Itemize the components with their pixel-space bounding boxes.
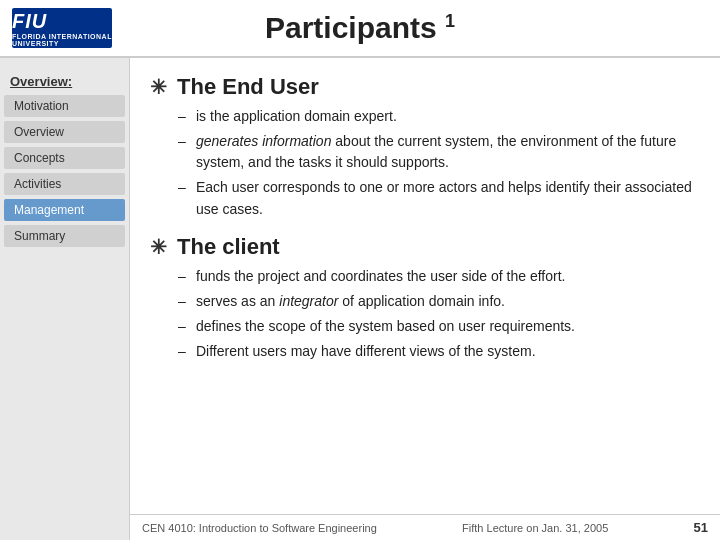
list-item: generates information about the current … (178, 131, 700, 174)
sidebar-item-summary[interactable]: Summary (4, 225, 125, 247)
list-item: Different users may have different views… (178, 341, 700, 363)
section-end-user-title: The End User (177, 74, 319, 100)
list-item: Each user corresponds to one or more act… (178, 177, 700, 220)
bullet-star-2: ✳ (150, 235, 167, 259)
logo-area: FIU FLORIDA INTERNATIONAL UNIVERSITY (12, 8, 112, 48)
logo-box: FIU FLORIDA INTERNATIONAL UNIVERSITY (12, 8, 112, 48)
footer: CEN 4010: Introduction to Software Engin… (130, 514, 720, 540)
eu2-italic: generates information (196, 133, 331, 149)
list-item: defines the scope of the system based on… (178, 316, 700, 338)
section-client-header: ✳ The client (150, 234, 700, 260)
list-item: serves as an integrator of application d… (178, 291, 700, 313)
sidebar-item-activities[interactable]: Activities (4, 173, 125, 195)
client-list: funds the project and coordinates the us… (150, 266, 700, 362)
footer-page-num: 51 (694, 520, 708, 535)
logo-subtext: FLORIDA INTERNATIONAL UNIVERSITY (12, 33, 112, 47)
section-client-title: The client (177, 234, 280, 260)
content: ✳ The End User is the application domain… (130, 58, 720, 514)
footer-course: CEN 4010: Introduction to Software Engin… (142, 522, 377, 534)
content-area: ✳ The End User is the application domain… (130, 58, 720, 540)
eu3-text: Each user corresponds to one or more act… (196, 179, 692, 217)
sidebar-item-motivation[interactable]: Motivation (4, 95, 125, 117)
cl1-text: funds the project and coordinates the us… (196, 268, 565, 284)
sidebar-item-concepts[interactable]: Concepts (4, 147, 125, 169)
list-item: is the application domain expert. (178, 106, 700, 128)
cl3-text: defines the scope of the system based on… (196, 318, 575, 334)
bullet-star-1: ✳ (150, 75, 167, 99)
cl4-text: Different users may have different views… (196, 343, 536, 359)
sidebar-section-label: Overview: (0, 68, 129, 93)
eu1-text: is the application domain expert. (196, 108, 397, 124)
cl2-before: serves as an (196, 293, 279, 309)
sidebar-item-management[interactable]: Management (4, 199, 125, 221)
footer-lecture: Fifth Lecture on Jan. 31, 2005 (462, 522, 608, 534)
section-end-user-header: ✳ The End User (150, 74, 700, 100)
cl2-italic: integrator (279, 293, 338, 309)
section-client: ✳ The client funds the project and coord… (150, 234, 700, 362)
logo-text: FIU (12, 10, 47, 32)
end-user-list: is the application domain expert. genera… (150, 106, 700, 220)
sidebar: Overview: Motivation Overview Concepts A… (0, 58, 130, 540)
section-end-user: ✳ The End User is the application domain… (150, 74, 700, 220)
main-layout: Overview: Motivation Overview Concepts A… (0, 58, 720, 540)
header: FIU FLORIDA INTERNATIONAL UNIVERSITY Par… (0, 0, 720, 58)
cl2-after: of application domain info. (338, 293, 505, 309)
page-title: Participants 1 (265, 11, 455, 45)
sidebar-item-overview[interactable]: Overview (4, 121, 125, 143)
list-item: funds the project and coordinates the us… (178, 266, 700, 288)
